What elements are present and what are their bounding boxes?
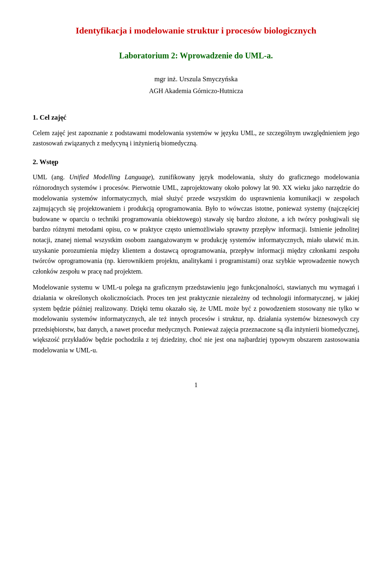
section1-heading: 1. Cel zajęć	[33, 112, 359, 123]
section2-paragraph2: Modelowanie systemu w UML-u polega na gr…	[33, 282, 359, 355]
section2-intro: UML (ang.	[33, 174, 69, 180]
section2: 2. Wstęp UML (ang. Unified Modelling Lan…	[33, 157, 359, 356]
section2-paragraph1: UML (ang. Unified Modelling Language), z…	[33, 172, 359, 276]
section2-heading: 2. Wstęp	[33, 157, 359, 167]
section1-text: Celem zajęć jest zapoznanie z podstawami…	[33, 128, 359, 149]
page-title: Identyfikacja i modelowanie struktur i p…	[33, 24, 359, 37]
section2-intro2: ), zunifikowany język modelowania, służy…	[33, 174, 359, 274]
page-number: 1	[33, 380, 359, 390]
author-block: mgr inż. Urszula Smyczyńska AGH Akademia…	[33, 74, 359, 96]
section2-italic: Unified Modelling Language	[69, 174, 151, 180]
author-name: mgr inż. Urszula Smyczyńska	[33, 74, 359, 85]
subtitle: Laboratorium 2: Wprowadzenie do UML-a.	[33, 49, 359, 62]
section1: 1. Cel zajęć Celem zajęć jest zapoznanie…	[33, 112, 359, 149]
institution: AGH Akademia Górniczo-Hutnicza	[33, 86, 359, 96]
